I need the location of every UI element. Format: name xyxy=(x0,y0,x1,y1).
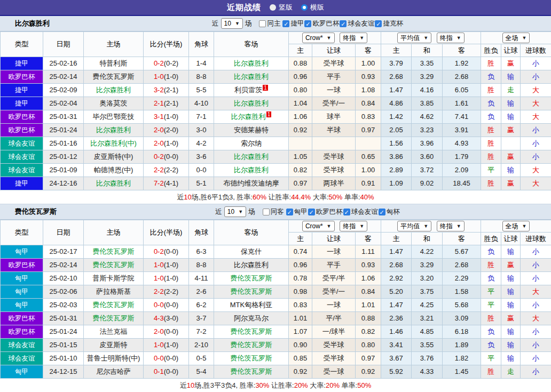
home-team: 帕德博恩(中) xyxy=(84,164,144,177)
avg-draw: 4.16 xyxy=(412,84,443,97)
avg-home: 4.86 xyxy=(381,97,412,110)
league-filter[interactable]: ✓球会友谊 xyxy=(343,207,378,217)
league-filter[interactable]: ✓捷甲 xyxy=(282,19,304,28)
checkbox-checked-icon[interactable]: ✓ xyxy=(379,209,385,215)
odds-time-select[interactable]: 终指▼ xyxy=(340,221,367,231)
radio-selected-icon[interactable] xyxy=(301,4,308,11)
avg-draw: 9.02 xyxy=(412,177,443,190)
avg-time-select[interactable]: 终指▼ xyxy=(437,33,465,43)
league-filter-label: 欧罗巴杯 xyxy=(312,19,339,28)
odds-handicap: 一球 xyxy=(312,245,356,259)
result-handicap: 输 xyxy=(501,245,521,259)
col-header-corner: 角球 xyxy=(189,32,214,57)
odds-away: 0.88 xyxy=(356,312,381,325)
odds-handicap: 平手 xyxy=(312,259,356,272)
league-filter[interactable]: ✓捷克杯 xyxy=(375,19,403,28)
result-goals: 小 xyxy=(521,365,551,379)
corner-score: 8-8 xyxy=(189,259,214,272)
corner-score: 0-5 xyxy=(189,352,214,365)
odds-home: 0.96 xyxy=(289,259,312,272)
checkbox-checked-icon[interactable]: ✓ xyxy=(286,209,293,215)
checkbox-unchecked-icon[interactable] xyxy=(259,20,266,27)
match-count-select[interactable]: 10▼ xyxy=(224,206,246,217)
result-goals: 大 xyxy=(521,164,551,177)
match-row: 匈甲25-02-03费伦茨瓦罗斯0-0(0-0)6-2MTK匈格利亚0.83一球… xyxy=(1,299,551,312)
avg-time-select[interactable]: 终指▼ xyxy=(437,221,465,231)
league-filter[interactable]: ✓欧罗巴杯 xyxy=(308,207,343,217)
league-filter[interactable]: ✓欧罗巴杯 xyxy=(304,19,339,28)
result-outcome: 胜 xyxy=(481,57,501,70)
result-handicap: 赢 xyxy=(501,312,521,325)
result-handicap: 输 xyxy=(501,97,521,110)
home-team: 费伦茨瓦罗斯 xyxy=(84,312,144,325)
subcol-odds-away: 客 xyxy=(356,44,381,57)
odds-home: 1.05 xyxy=(289,150,312,164)
team-name: 费伦茨瓦罗斯 xyxy=(15,207,57,217)
result-handicap: 走 xyxy=(501,365,521,379)
result-goals: 小 xyxy=(521,352,551,365)
subcol-avg-home: 主 xyxy=(381,44,412,57)
away-team: 保克什 xyxy=(214,245,289,259)
match-date: 25-02-10 xyxy=(43,272,84,285)
same-venue-filter[interactable]: 同客 xyxy=(263,207,284,217)
league-filter-label: 捷克杯 xyxy=(383,19,403,28)
corner-score: 6-2 xyxy=(189,299,214,312)
checkbox-checked-icon[interactable]: ✓ xyxy=(343,209,350,215)
odds-source-select[interactable]: Crow*▼ xyxy=(302,221,335,231)
checkbox-checked-icon[interactable]: ✓ xyxy=(308,209,315,215)
league-type-badge: 欧罗巴杯 xyxy=(1,312,43,325)
col-header-score: 比分(半场) xyxy=(144,32,189,57)
corner-score: 4-2 xyxy=(189,137,214,150)
odds-away: 0.82 xyxy=(356,325,381,339)
odds-handicap: 两球半 xyxy=(312,177,356,190)
subcol-odds-handicap: 让球 xyxy=(312,44,356,57)
avg-away: 3.09 xyxy=(443,312,481,325)
result-handicap: 赢 xyxy=(501,57,521,70)
same-venue-filter[interactable]: 同主 xyxy=(259,19,280,28)
league-filter[interactable]: ✓匈杯 xyxy=(379,207,400,217)
avg-draw: 4.22 xyxy=(412,245,443,259)
chevron-down-icon: ▼ xyxy=(423,223,428,229)
checkbox-checked-icon[interactable]: ✓ xyxy=(340,20,347,27)
radio-unselected-icon[interactable] xyxy=(270,4,276,11)
league-filter[interactable]: ✓球会友谊 xyxy=(340,19,374,28)
col-header-home: 主场 xyxy=(84,32,144,57)
scope-select[interactable]: 全场▼ xyxy=(502,33,530,43)
league-filter[interactable]: ✓匈甲 xyxy=(286,207,308,217)
matches-body: 捷甲25-02-16特普利斯0-2(0-2)1-4比尔森胜利0.88受半球1.0… xyxy=(1,57,551,190)
match-date: 25-02-16 xyxy=(43,57,84,70)
avg-draw: 3.35 xyxy=(412,57,443,70)
chevron-down-icon: ▼ xyxy=(235,21,240,26)
match-row: 捷甲25-02-16特普利斯0-2(0-2)1-4比尔森胜利0.88受半球1.0… xyxy=(1,57,551,70)
checkbox-checked-icon[interactable]: ✓ xyxy=(282,20,289,27)
result-outcome: 负 xyxy=(481,325,501,339)
avg-away: 2.09 xyxy=(443,164,481,177)
match-date: 25-02-03 xyxy=(43,299,84,312)
league-type-badge: 球会友谊 xyxy=(1,164,43,177)
avg-source-select[interactable]: 平均值▼ xyxy=(397,221,431,231)
match-date: 25-02-14 xyxy=(43,259,84,272)
odds-source-select[interactable]: Crow*▼ xyxy=(302,33,335,43)
corner-score: 6-3 xyxy=(189,245,214,259)
avg-source-select[interactable]: 平均值▼ xyxy=(397,33,431,43)
odds-time-select[interactable]: 终指▼ xyxy=(340,33,367,43)
result-outcome: 胜 xyxy=(481,84,501,97)
checkbox-checked-icon[interactable]: ✓ xyxy=(304,20,311,27)
odds-away: 0.91 xyxy=(356,177,381,190)
avg-away: 1.92 xyxy=(443,57,481,70)
away-team: 比尔森胜利1 xyxy=(214,110,289,124)
match-date: 25-01-10 xyxy=(43,352,84,365)
corner-score: 1-4 xyxy=(189,57,214,70)
scope-select[interactable]: 全场▼ xyxy=(502,221,530,231)
layout-vertical-radio[interactable]: 竖版 xyxy=(270,3,293,12)
odds-handicap: 平/半 xyxy=(312,312,356,325)
layout-horizontal-radio[interactable]: 横版 xyxy=(301,3,324,12)
avg-home: 1.09 xyxy=(381,177,412,190)
match-date: 25-02-14 xyxy=(43,70,84,84)
chevron-down-icon: ▼ xyxy=(522,35,527,41)
col-header-away: 客场 xyxy=(214,220,289,245)
match-count-select[interactable]: 10▼ xyxy=(221,18,243,29)
checkbox-unchecked-icon[interactable] xyxy=(263,209,270,215)
match-filters: 近 10▼ 场 同主 ✓捷甲✓欧罗巴杯✓球会友谊✓捷克杯 xyxy=(212,18,403,29)
checkbox-checked-icon[interactable]: ✓ xyxy=(375,20,382,27)
